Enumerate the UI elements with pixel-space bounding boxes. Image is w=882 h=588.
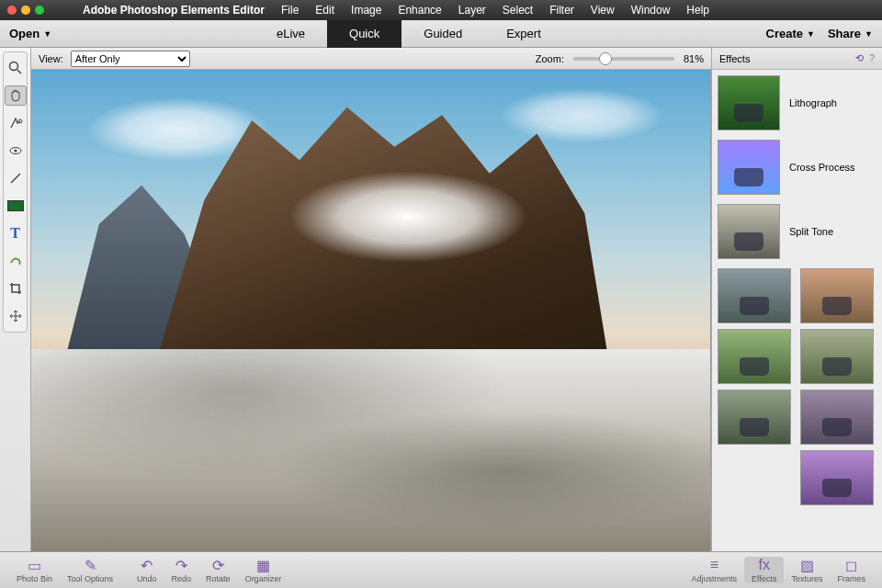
quick-select-tool[interactable] <box>5 113 27 133</box>
organizer-button[interactable]: ▦Organizer <box>238 557 289 583</box>
effect-cross-process[interactable]: Cross Process <box>718 140 876 195</box>
tab-expert[interactable]: Expert <box>484 20 563 48</box>
organizer-icon: ▦ <box>256 557 270 573</box>
type-tool[interactable]: T <box>5 223 27 243</box>
menu-layer[interactable]: Layer <box>458 4 486 17</box>
frames-button[interactable]: ◻Frames <box>830 557 873 583</box>
textures-icon: ▨ <box>800 557 814 573</box>
help-icon[interactable]: ? <box>869 52 875 64</box>
frames-icon: ◻ <box>845 557 857 573</box>
effects-button[interactable]: fxEffects <box>744 557 784 583</box>
effect-variant[interactable] <box>800 390 874 445</box>
rotate-icon: ⟳ <box>212 557 224 573</box>
mac-menubar: Adobe Photoshop Elements Editor File Edi… <box>0 0 882 20</box>
bottom-bar: ▭Photo Bin ✎Tool Options ↶Undo ↷Redo ⟳Ro… <box>0 551 882 588</box>
adjustments-icon: ≡ <box>710 557 718 573</box>
mode-tabs: eLive Quick Guided Expert <box>254 20 563 48</box>
zoom-tool[interactable] <box>5 58 27 78</box>
redo-icon: ↷ <box>175 557 187 573</box>
textures-button[interactable]: ▨Textures <box>784 557 830 583</box>
window-controls[interactable] <box>7 6 44 15</box>
app-name: Adobe Photoshop Elements Editor <box>83 4 265 17</box>
effect-lithograph[interactable]: Lithograph <box>718 75 876 130</box>
eye-tool[interactable] <box>5 141 27 161</box>
menu-image[interactable]: Image <box>351 4 381 17</box>
undo-icon: ↶ <box>141 557 153 573</box>
tool-options-button[interactable]: ✎Tool Options <box>60 557 120 583</box>
share-button[interactable]: Share▼ <box>828 27 873 40</box>
menu-enhance[interactable]: Enhance <box>398 4 441 17</box>
open-button[interactable]: Open▼ <box>9 27 51 40</box>
adjustments-button[interactable]: ≡Adjustments <box>684 557 745 583</box>
effect-variant[interactable] <box>800 329 874 384</box>
tool-options-icon: ✎ <box>85 557 96 573</box>
crop-tool[interactable] <box>5 278 27 299</box>
menu-view[interactable]: View <box>591 4 615 17</box>
left-toolbox: T <box>0 48 31 551</box>
menu-filter[interactable]: Filter <box>549 4 574 17</box>
menu-help[interactable]: Help <box>686 4 709 17</box>
panel-title: Effects <box>719 53 750 64</box>
effect-variant[interactable] <box>800 450 874 505</box>
zoom-value: 81% <box>684 53 704 64</box>
photo-bin-button[interactable]: ▭Photo Bin <box>9 557 60 583</box>
photo-preview <box>31 70 710 551</box>
effect-variant[interactable] <box>718 329 791 384</box>
tab-guided[interactable]: Guided <box>401 20 484 48</box>
menu-window[interactable]: Window <box>631 4 671 17</box>
menu-select[interactable]: Select <box>503 4 533 17</box>
effects-panel: Effects ⟲ ? Lithograph Cross Process Spl… <box>711 48 882 551</box>
effect-split-tone[interactable]: Split Tone <box>718 204 876 259</box>
rotate-button[interactable]: ⟳Rotate <box>198 557 238 583</box>
menu-edit[interactable]: Edit <box>315 4 334 17</box>
zoom-slider[interactable] <box>573 57 674 61</box>
photo-bin-icon: ▭ <box>28 557 41 573</box>
create-button[interactable]: Create▼ <box>766 27 815 40</box>
chevron-down-icon: ▼ <box>43 29 51 39</box>
svg-line-5 <box>11 174 20 183</box>
effect-variant[interactable] <box>718 390 791 445</box>
color-swatch[interactable] <box>5 196 27 216</box>
mode-toolbar: Open▼ eLive Quick Guided Expert Create▼ … <box>0 20 882 48</box>
options-bar: View: After Only Zoom: 81% <box>31 48 711 70</box>
effect-variant[interactable] <box>718 268 791 323</box>
svg-line-1 <box>17 70 21 74</box>
undo-button[interactable]: ↶Undo <box>130 557 164 583</box>
move-tool[interactable] <box>5 306 27 326</box>
whiten-tool[interactable] <box>5 168 27 188</box>
svg-point-0 <box>9 62 17 71</box>
redo-button[interactable]: ↷Redo <box>164 557 199 583</box>
tab-elive[interactable]: eLive <box>254 20 327 48</box>
chevron-down-icon: ▼ <box>807 29 815 39</box>
view-label: View: <box>39 53 63 64</box>
hand-tool[interactable] <box>5 85 27 106</box>
view-select[interactable]: After Only <box>71 51 190 67</box>
chevron-down-icon: ▼ <box>865 29 873 39</box>
menu-file[interactable]: File <box>281 4 299 17</box>
reset-icon[interactable]: ⟲ <box>855 52 864 64</box>
canvas-area[interactable] <box>31 70 711 551</box>
zoom-label: Zoom: <box>536 53 564 64</box>
svg-point-4 <box>14 150 17 153</box>
spot-heal-tool[interactable] <box>5 251 27 271</box>
effect-variant[interactable] <box>800 268 874 323</box>
tab-quick[interactable]: Quick <box>327 20 401 48</box>
effects-icon: fx <box>759 557 770 573</box>
